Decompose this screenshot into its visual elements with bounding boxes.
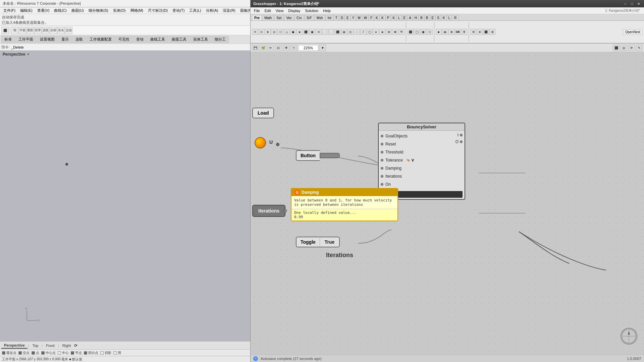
gh-tab-msh[interactable]: Msh <box>314 15 325 20</box>
tab-visibility[interactable]: 可见性 <box>115 36 132 43</box>
gh-tab-b2[interactable]: B <box>424 15 430 20</box>
gh-toolbar2-icon1[interactable]: ⬛ <box>613 45 620 51</box>
gh-icon-5[interactable]: ⬡ <box>277 29 283 35</box>
gh-tab-w[interactable]: W <box>362 15 369 20</box>
rhino-menu-transform[interactable]: 变动(T) <box>170 7 186 14</box>
gh-prim-1[interactable]: ⬛ <box>408 29 414 35</box>
rhino-menu-edit[interactable]: 编辑(E) <box>18 7 35 14</box>
gh-tab-crv[interactable]: Crv <box>294 15 304 20</box>
rhino-menu-render[interactable]: 渲染(R) <box>221 7 237 14</box>
gh-tab-s[interactable]: S <box>435 15 441 20</box>
tab-viewconfig[interactable]: 工作视窗配置 <box>87 36 115 43</box>
gh-util-2[interactable]: ⊕ <box>477 29 483 35</box>
gh-icon-20[interactable]: ● <box>373 29 379 35</box>
gh-tab-l[interactable]: L <box>396 15 402 20</box>
rhino-menu-view[interactable]: 查看(V) <box>35 7 52 14</box>
iterations-node[interactable]: Iterations <box>252 205 285 217</box>
gh-icon-4[interactable]: ◎ <box>271 29 277 35</box>
gh-toolbar2-icon3[interactable]: ⟳ <box>628 45 635 51</box>
gh-icon-21[interactable]: ◈ <box>379 29 385 35</box>
tab-workplane[interactable]: 工作平面 <box>15 36 36 43</box>
gh-close-btn[interactable]: ✕ <box>636 1 641 6</box>
gh-tab-a[interactable]: A <box>407 15 413 20</box>
gh-tab-k2[interactable]: K <box>380 15 385 20</box>
gh-menu-file[interactable]: File <box>252 8 262 13</box>
rhino-trim-btn[interactable]: 重新 <box>26 27 34 34</box>
gh-icon-19[interactable]: ◯ <box>367 29 373 35</box>
gh-opennest-btn[interactable]: OpenNest <box>623 29 643 35</box>
gh-zoom-input[interactable] <box>298 45 318 51</box>
gh-icon-14[interactable]: ⬛ <box>335 29 341 35</box>
gh-maximize-btn[interactable]: □ <box>629 1 635 6</box>
gh-icon-7[interactable]: ▣ <box>290 29 296 35</box>
tab-curvetools[interactable]: 曲线工具 <box>147 36 168 43</box>
gh-icon-2[interactable]: ⊙ <box>258 29 264 35</box>
tab-select[interactable]: 选取 <box>72 36 86 43</box>
rhino-menu-mesh[interactable]: 网格(M) <box>128 7 146 14</box>
gh-tab-p[interactable]: P <box>385 15 391 20</box>
gh-canvas[interactable]: Load U Button BouncySolver GoalObjects <box>251 52 644 355</box>
vp-tab-right[interactable]: Right <box>60 343 74 348</box>
gh-tab-srf[interactable]: SrF <box>304 15 314 20</box>
gh-util-4[interactable]: ⊞ <box>489 29 495 35</box>
rhino-menu-tools[interactable]: 工具(L) <box>187 7 203 14</box>
gh-tab-e[interactable]: E <box>345 15 351 20</box>
gh-tab-l2[interactable]: L <box>447 15 452 20</box>
gh-menu-help[interactable]: Help <box>321 8 333 13</box>
gh-tab-pre[interactable]: Pre <box>252 15 262 20</box>
gh-icon-10[interactable]: ▦ <box>309 29 315 35</box>
gh-icon-12[interactable]: ⬜ <box>322 29 328 35</box>
vp-tab-front[interactable]: Front <box>43 343 57 348</box>
gh-menu-view[interactable]: View <box>274 8 286 13</box>
gh-icon-1[interactable]: ✕ <box>252 29 258 35</box>
gh-input-2[interactable]: ▤ <box>442 29 448 35</box>
gh-tab-m[interactable]: M <box>356 15 362 20</box>
rhino-menu-analysis[interactable]: 分析(A) <box>204 7 220 14</box>
rhino-menu-curve[interactable]: 曲线(C) <box>52 7 68 14</box>
rhino-viewport[interactable]: Perspective ▼ X Y <box>0 51 250 341</box>
rhino-named-btn[interactable]: 命名 <box>57 27 65 34</box>
gh-minimize-btn[interactable]: ─ <box>623 1 628 6</box>
gh-tab-k3[interactable]: K <box>391 15 396 20</box>
gh-tab-d[interactable]: D <box>339 15 345 20</box>
gh-input-5[interactable]: 🎚 <box>461 29 467 35</box>
gh-icon-9[interactable]: ⬛ <box>303 29 309 35</box>
gh-tab-int[interactable]: Int <box>325 15 334 20</box>
gh-tab-b1[interactable]: B <box>419 15 424 20</box>
tab-standard[interactable]: 标准 <box>1 36 15 43</box>
gh-tab-h[interactable]: H <box>413 15 419 20</box>
rhino-self-btn[interactable]: 自相 <box>50 27 57 34</box>
gh-prim-3[interactable]: ▦ <box>420 29 426 35</box>
gh-tab-vec[interactable]: Vec <box>284 15 294 20</box>
gh-icon-22[interactable]: ⊞ <box>386 29 392 35</box>
rhino-select-btn[interactable]: 选取 <box>42 27 49 34</box>
tab-transform[interactable]: 变动 <box>133 36 147 43</box>
gh-icon-15[interactable]: ▤ <box>341 29 347 35</box>
gh-bake-btn[interactable]: 🌿 <box>260 45 266 51</box>
tab-subd[interactable]: 细分工 <box>212 36 229 43</box>
rhino-planar-btn[interactable]: 平面 <box>19 27 26 34</box>
gh-prim-2[interactable]: ◯ <box>414 29 420 35</box>
gh-save-btn[interactable]: 💾 <box>252 45 259 51</box>
gh-icon-11[interactable]: ≋ <box>316 29 322 35</box>
rhino-menu-dim[interactable]: 尺寸标注(D) <box>146 7 170 14</box>
tab-display[interactable]: 显示 <box>58 36 72 43</box>
gh-tab-y[interactable]: Y <box>351 15 356 20</box>
gh-tab-k1[interactable]: K <box>374 15 380 20</box>
gh-icon-13[interactable]: ⬜ <box>328 29 334 35</box>
rhino-menu-surface[interactable]: 曲面(U) <box>69 7 86 14</box>
gh-icon-18[interactable]: ⤴ <box>360 29 366 35</box>
gh-icon-6[interactable]: △ <box>284 29 290 35</box>
load-node[interactable]: Load <box>252 108 274 118</box>
gh-zoom-fit-btn[interactable]: ⊡ <box>275 45 282 51</box>
gh-menu-display[interactable]: Display <box>286 8 302 13</box>
vp-tab-top[interactable]: Top <box>30 343 41 348</box>
vp-tab-perspective[interactable]: Perspective <box>1 343 28 349</box>
tab-setview[interactable]: 设置视图 <box>37 36 58 43</box>
rhino-subdivide-btn[interactable]: 细 <box>11 27 18 34</box>
gh-tab-r[interactable]: R <box>452 15 459 20</box>
gh-tab-math[interactable]: Math <box>262 15 274 20</box>
rhino-ribbon-btn[interactable]: 彩带 <box>34 27 42 34</box>
toggle-node[interactable]: Toggle True <box>296 237 340 247</box>
gh-tab-set[interactable]: Set <box>274 15 284 20</box>
